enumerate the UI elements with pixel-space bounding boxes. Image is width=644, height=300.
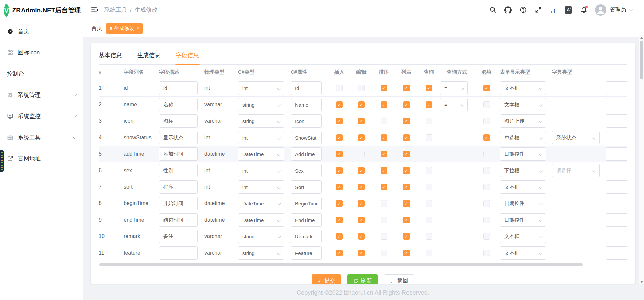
insert-checkbox[interactable]: ✓ (336, 250, 343, 256)
list-checkbox[interactable]: ✓ (403, 151, 410, 157)
field-desc-input[interactable] (159, 114, 198, 128)
language-icon[interactable]: A文 (565, 6, 572, 14)
user-name[interactable]: 管理员 (610, 6, 626, 13)
list-checkbox[interactable]: ✓ (403, 118, 410, 124)
edit-checkbox[interactable]: ✓ (358, 184, 365, 190)
tab-field-info[interactable]: 字段信息 (176, 50, 199, 64)
sidebar-item-website[interactable]: 官网地址 (0, 148, 83, 169)
field-desc-input[interactable] (159, 164, 198, 177)
cs-type-select[interactable]: DateTime (238, 197, 284, 210)
field-desc-input[interactable] (159, 81, 198, 95)
sort-checkbox[interactable] (381, 233, 387, 240)
extra-input[interactable] (606, 230, 627, 243)
display-type-select[interactable]: 日期控件 (500, 213, 546, 227)
edit-checkbox[interactable]: ✓ (358, 167, 365, 174)
edit-checkbox[interactable]: ✓ (358, 118, 365, 124)
sort-checkbox[interactable] (381, 217, 387, 223)
sidebar-item-console[interactable]: 控制台 (0, 63, 83, 84)
horizontal-scrollbar-thumb[interactable] (99, 263, 583, 266)
query-checkbox[interactable] (426, 233, 432, 240)
tab-basic-info[interactable]: 基本信息 (99, 50, 122, 64)
extra-input[interactable] (606, 197, 627, 210)
extra-input[interactable] (606, 213, 627, 227)
cs-attr-input[interactable] (291, 81, 322, 95)
cs-type-select[interactable]: string (238, 230, 284, 243)
submit-button[interactable]: ✓ 提交 (312, 274, 341, 284)
edit-checkbox[interactable]: ✓ (358, 233, 365, 240)
field-desc-input[interactable] (159, 213, 198, 227)
close-icon[interactable]: × (137, 26, 139, 31)
edit-checkbox[interactable] (358, 151, 365, 157)
dict-type-select[interactable]: 系统状态 (552, 131, 600, 144)
query-way-select[interactable]: = (440, 81, 468, 95)
notification-bell-icon[interactable] (580, 6, 587, 14)
cs-type-select[interactable]: string (238, 114, 284, 128)
list-checkbox[interactable]: ✓ (403, 134, 410, 141)
query-checkbox[interactable] (426, 151, 432, 157)
sort-checkbox[interactable]: ✓ (381, 184, 387, 190)
list-checkbox[interactable]: ✓ (403, 250, 410, 256)
list-checkbox[interactable]: ✓ (403, 85, 410, 91)
cs-type-select[interactable]: DateTime (238, 147, 284, 161)
cs-attr-input[interactable] (291, 246, 322, 260)
cs-type-select[interactable]: int (238, 131, 284, 144)
display-type-select[interactable]: 文本框 (500, 98, 546, 111)
sort-checkbox[interactable] (381, 200, 387, 207)
cs-attr-input[interactable] (291, 131, 322, 144)
edit-checkbox[interactable]: ✓ (358, 101, 365, 108)
chevron-down-icon[interactable] (629, 7, 633, 11)
list-checkbox[interactable]: ✓ (403, 184, 410, 190)
required-checkbox[interactable]: ✓ (483, 85, 490, 91)
sidebar-item-system-admin[interactable]: 系统管理 (0, 84, 83, 106)
query-checkbox[interactable] (426, 118, 432, 124)
insert-checkbox[interactable]: ✓ (336, 233, 343, 240)
query-way-select[interactable]: = (440, 98, 468, 111)
tag-home[interactable]: 首页 (91, 25, 102, 32)
query-checkbox[interactable] (426, 134, 432, 141)
scroll-up-arrow[interactable] (639, 35, 644, 40)
sidebar-item-home[interactable]: 首页 (0, 21, 83, 42)
theme-drawer-handle[interactable] (0, 150, 4, 172)
insert-checkbox[interactable] (336, 85, 343, 91)
back-button[interactable]: ← 返回 (384, 274, 414, 284)
list-checkbox[interactable]: ✓ (403, 217, 410, 223)
query-checkbox[interactable]: ✓ (426, 85, 432, 91)
cs-type-select[interactable]: int (238, 180, 284, 194)
sidebar-item-icons[interactable]: 图标icon (0, 42, 83, 63)
insert-checkbox[interactable]: ✓ (336, 151, 343, 157)
required-checkbox[interactable] (483, 167, 490, 174)
field-desc-input[interactable] (159, 230, 198, 243)
edit-checkbox[interactable]: ✓ (358, 134, 365, 141)
edit-checkbox[interactable]: ✓ (358, 200, 365, 207)
vertical-scrollbar-thumb[interactable] (640, 41, 643, 79)
insert-checkbox[interactable]: ✓ (336, 184, 343, 190)
required-checkbox[interactable] (483, 217, 490, 223)
extra-input[interactable] (606, 114, 627, 128)
list-checkbox[interactable]: ✓ (403, 233, 410, 240)
display-type-select[interactable]: 日期控件 (500, 147, 546, 161)
github-icon[interactable] (504, 6, 512, 14)
required-checkbox[interactable] (483, 151, 490, 157)
cs-attr-input[interactable] (291, 180, 322, 194)
insert-checkbox[interactable]: ✓ (336, 217, 343, 223)
cs-type-select[interactable]: string (238, 246, 284, 260)
field-desc-input[interactable] (159, 147, 198, 161)
cs-attr-input[interactable] (291, 197, 322, 210)
cs-type-select[interactable]: int (238, 164, 284, 177)
fullscreen-icon[interactable] (534, 6, 542, 14)
search-icon[interactable] (489, 6, 497, 14)
required-checkbox[interactable] (483, 101, 490, 108)
required-checkbox[interactable] (483, 118, 490, 124)
vertical-scrollbar[interactable] (639, 35, 644, 284)
display-type-select[interactable]: 日期控件 (500, 197, 546, 210)
extra-input[interactable] (606, 246, 627, 260)
list-checkbox[interactable]: ✓ (403, 200, 410, 207)
display-type-select[interactable]: 下拉框 (500, 164, 546, 177)
field-desc-input[interactable] (159, 131, 198, 144)
tab-generate-info[interactable]: 生成信息 (137, 50, 160, 64)
field-desc-input[interactable] (159, 197, 198, 210)
query-checkbox[interactable]: ✓ (426, 101, 432, 108)
query-checkbox[interactable] (426, 250, 432, 256)
cs-attr-input[interactable] (291, 114, 322, 128)
sidebar-fold-icon[interactable] (90, 6, 99, 14)
